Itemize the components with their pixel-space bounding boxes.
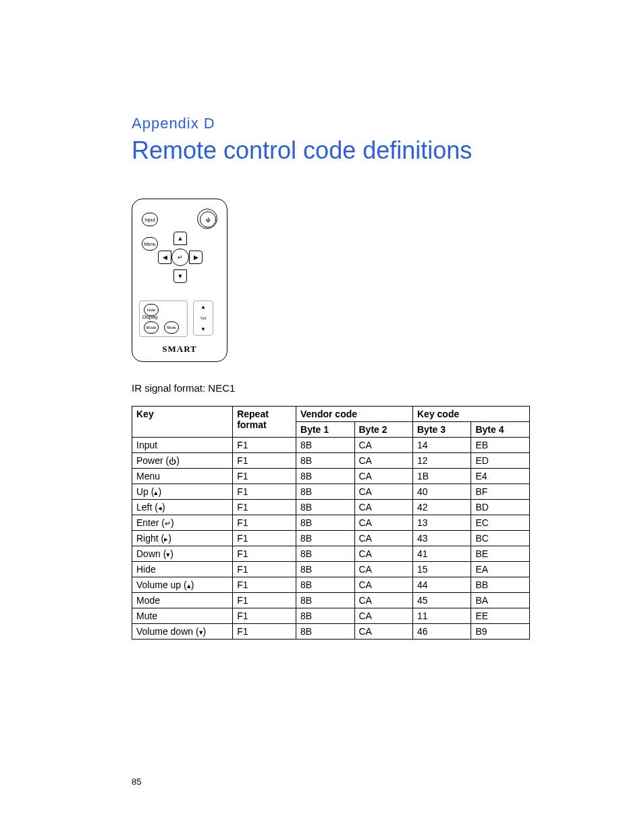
cell-b4: B9 xyxy=(471,624,530,640)
cell-b3: 44 xyxy=(412,577,471,593)
cell-b1: 8B xyxy=(296,500,354,515)
cell-b2: CA xyxy=(354,500,412,515)
cell-b1: 8B xyxy=(296,624,354,640)
cell-b1: 8B xyxy=(296,531,354,546)
cell-rpt: F1 xyxy=(233,593,296,608)
cell-key: Mode xyxy=(132,593,233,608)
cell-key: Menu xyxy=(132,469,233,484)
cell-b4: EB xyxy=(471,438,530,453)
cell-b4: EA xyxy=(471,562,530,577)
remote-dpad: ▲ ◀ ↵ ▶ ▼ xyxy=(153,232,207,286)
cell-b3: 43 xyxy=(412,531,471,546)
table-row: Enter (↵)F18BCA13EC xyxy=(132,515,530,531)
cell-key: Volume up (▴) xyxy=(132,577,233,593)
dpad-down-icon: ▼ xyxy=(173,269,187,283)
cell-rpt: F1 xyxy=(233,546,296,562)
cell-b3: 12 xyxy=(412,453,471,469)
th-repeat: Repeat format xyxy=(233,407,296,438)
appendix-label: Appendix D xyxy=(132,115,576,132)
cell-key: Up (▴) xyxy=(132,484,233,500)
remote-volume-group: ▲ Vol ▼ xyxy=(193,301,213,336)
remote-diagram: Input ⏻ Menu ▲ ◀ ↵ ▶ ▼ Hide Display Mode… xyxy=(132,199,227,362)
th-repeat-line2: format xyxy=(237,419,267,430)
table-row: HideF18BCA15EA xyxy=(132,562,530,577)
cell-b2: CA xyxy=(354,438,412,453)
cell-b2: CA xyxy=(354,562,412,577)
table-row: Volume up (▴)F18BCA44BB xyxy=(132,577,530,593)
cell-key: Input xyxy=(132,438,233,453)
page-number: 85 xyxy=(132,777,141,787)
cell-rpt: F1 xyxy=(233,453,296,469)
table-row: InputF18BCA14EB xyxy=(132,438,530,453)
cell-rpt: F1 xyxy=(233,577,296,593)
cell-b3: 1B xyxy=(412,469,471,484)
table-row: Up (▴)F18BCA40BF xyxy=(132,484,530,500)
cell-b1: 8B xyxy=(296,515,354,531)
th-keycode: Key code xyxy=(412,407,529,422)
cell-b2: CA xyxy=(354,484,412,500)
cell-b3: 14 xyxy=(412,438,471,453)
cell-b1: 8B xyxy=(296,453,354,469)
remote-power-button: ⏻ xyxy=(197,209,217,229)
remote-input-button: Input xyxy=(142,213,158,226)
cell-b4: BF xyxy=(471,484,530,500)
th-key: Key xyxy=(132,407,233,438)
table-row: ModeF18BCA45BA xyxy=(132,593,530,608)
cell-b1: 8B xyxy=(296,562,354,577)
th-byte2: Byte 2 xyxy=(354,422,412,438)
remote-brand: SMART xyxy=(132,344,227,355)
cell-rpt: F1 xyxy=(233,438,296,453)
table-row: Down (▾)F18BCA41BE xyxy=(132,546,530,562)
cell-b3: 42 xyxy=(412,500,471,515)
cell-b2: CA xyxy=(354,593,412,608)
vol-up-icon: ▲ xyxy=(200,304,206,310)
cell-b4: BB xyxy=(471,577,530,593)
cell-key: Left (◂) xyxy=(132,500,233,515)
ir-signal-format: IR signal format: NEC1 xyxy=(132,382,576,394)
cell-key: Power (⏻) xyxy=(132,453,233,469)
cell-b4: E4 xyxy=(471,469,530,484)
code-table: Key Repeat format Vendor code Key code B… xyxy=(132,406,530,640)
cell-b4: ED xyxy=(471,453,530,469)
cell-b2: CA xyxy=(354,453,412,469)
cell-b3: 40 xyxy=(412,484,471,500)
cell-b1: 8B xyxy=(296,608,354,624)
cell-b3: 46 xyxy=(412,624,471,640)
vol-down-icon: ▼ xyxy=(200,326,206,332)
dpad-left-icon: ◀ xyxy=(158,251,171,264)
cell-b4: BE xyxy=(471,546,530,562)
cell-rpt: F1 xyxy=(233,624,296,640)
cell-b1: 8B xyxy=(296,577,354,593)
cell-b1: 8B xyxy=(296,546,354,562)
table-row: Volume down (▾)F18BCA46B9 xyxy=(132,624,530,640)
table-row: Right (▸)F18BCA43BC xyxy=(132,531,530,546)
cell-key: Volume down (▾) xyxy=(132,624,233,640)
th-vendor: Vendor code xyxy=(296,407,413,422)
cell-b2: CA xyxy=(354,608,412,624)
remote-vol-label: Vol xyxy=(200,316,206,320)
cell-key: Down (▾) xyxy=(132,546,233,562)
cell-key: Hide xyxy=(132,562,233,577)
cell-rpt: F1 xyxy=(233,469,296,484)
document-page: Appendix D Remote control code definitio… xyxy=(0,0,644,834)
table-row: MuteF18BCA11EE xyxy=(132,608,530,624)
cell-rpt: F1 xyxy=(233,562,296,577)
power-icon: ⏻ xyxy=(200,211,216,228)
cell-key: Right (▸) xyxy=(132,531,233,546)
th-repeat-line1: Repeat xyxy=(237,409,269,419)
cell-b1: 8B xyxy=(296,593,354,608)
cell-b4: EC xyxy=(471,515,530,531)
cell-b4: EE xyxy=(471,608,530,624)
cell-b2: CA xyxy=(354,624,412,640)
cell-b3: 11 xyxy=(412,608,471,624)
table-row: Power (⏻)F18BCA12ED xyxy=(132,453,530,469)
cell-rpt: F1 xyxy=(233,500,296,515)
cell-b4: BD xyxy=(471,500,530,515)
cell-b3: 45 xyxy=(412,593,471,608)
remote-mute-button: Mute xyxy=(164,321,179,334)
remote-display-label: Display xyxy=(142,315,158,319)
cell-b1: 8B xyxy=(296,438,354,453)
cell-key: Enter (↵) xyxy=(132,515,233,531)
cell-b4: BC xyxy=(471,531,530,546)
th-byte4: Byte 4 xyxy=(471,422,530,438)
